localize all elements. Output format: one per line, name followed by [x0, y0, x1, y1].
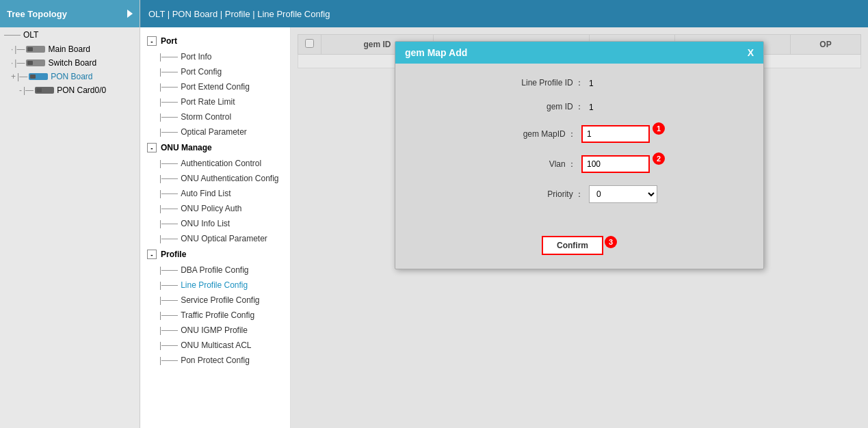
- breadcrumb-text: OLT | PON Board | Profile | Line Profile…: [148, 9, 330, 19]
- modal-body: Line Profile ID ： 1 gem ID ： 1 gem MapID…: [395, 64, 763, 229]
- menu-item-label: DBA Profile Config: [181, 265, 248, 275]
- gem-id-label: gem ID ：: [501, 101, 583, 113]
- pon-board-icon: [29, 73, 48, 80]
- pon-card-label: PON Card0/0: [57, 85, 106, 95]
- menu-item-label: ONU Multicast ACL: [181, 340, 251, 350]
- menu-item-auto-find[interactable]: |—— Auto Find List: [140, 186, 290, 201]
- menu-item-label: Pon Protect Config: [181, 356, 250, 365]
- menu-item-label: Port Rate Limit: [181, 97, 235, 107]
- priority-select[interactable]: 0 1 2 3 4 5 6 7: [589, 185, 657, 203]
- modal-close-button[interactable]: X: [748, 47, 754, 58]
- menu-item-label: Port Config: [181, 67, 222, 77]
- menu-item-label: Auto Find List: [181, 189, 231, 198]
- menu-item-port-extend[interactable]: |—— Port Extend Config: [140, 79, 290, 94]
- menu-item-label: Storm Control: [181, 112, 231, 122]
- menu-item-label: ONU Optical Parameter: [181, 234, 267, 243]
- menu-item-dba-profile[interactable]: |—— DBA Profile Config: [140, 263, 290, 278]
- gem-id-value: 1: [589, 103, 657, 112]
- sidebar-title: Tree Topology: [7, 9, 67, 19]
- menu-item-pon-protect[interactable]: |—— Pon Protect Config: [140, 353, 290, 368]
- vlan-input[interactable]: [581, 155, 650, 173]
- menu-item-label: Line Profile Config: [181, 280, 248, 290]
- menu-item-label: Service Profile Config: [181, 295, 259, 305]
- menu-item-line-profile[interactable]: |—— Line Profile Config: [140, 278, 290, 293]
- menu-item-port-config[interactable]: |—— Port Config: [140, 64, 290, 79]
- onu-section-header[interactable]: - ONU Manage: [140, 139, 290, 156]
- sidebar-collapse-arrow[interactable]: [127, 10, 133, 18]
- switch-board-icon: [26, 59, 45, 66]
- menu-item-onu-policy-auth[interactable]: |—— ONU Policy Auth: [140, 201, 290, 216]
- gem-mapid-input[interactable]: [581, 125, 650, 143]
- menu-item-label: Port Extend Config: [181, 82, 250, 92]
- menu-item-label: ONU Info List: [181, 219, 230, 228]
- menu-item-onu-auth-config[interactable]: |—— ONU Authentication Config: [140, 171, 290, 186]
- menu-item-label: ONU Policy Auth: [181, 204, 241, 213]
- menu-item-optical-param[interactable]: |—— Optical Parameter: [140, 124, 290, 139]
- vlan-label: Vlan ：: [494, 159, 576, 170]
- menu-item-port-info[interactable]: |—— Port Info: [140, 49, 290, 64]
- onu-expand-icon: -: [147, 143, 157, 152]
- line-profile-id-label: Line Profile ID ：: [501, 77, 583, 89]
- menu-item-label: ONU IGMP Profile: [181, 325, 248, 335]
- vlan-row: Vlan ： 2: [416, 155, 743, 173]
- line-profile-id-value: 1: [589, 79, 657, 88]
- gem-mapid-label: gem MapID ：: [494, 129, 576, 140]
- port-section-header[interactable]: - Port: [140, 33, 290, 49]
- menu-item-onu-multicast[interactable]: |—— ONU Multicast ACL: [140, 338, 290, 353]
- line-profile-id-row: Line Profile ID ： 1: [416, 77, 743, 89]
- profile-expand-icon: -: [147, 250, 157, 259]
- menu-item-label: Traffic Profile Config: [181, 310, 254, 320]
- pon-card-icon: [35, 87, 54, 94]
- menu-item-label: ONU Authentication Config: [181, 174, 278, 183]
- menu-item-auth-control[interactable]: |—— Authentication Control: [140, 156, 290, 171]
- olt-label: OLT: [23, 30, 38, 40]
- pon-board-tree-item[interactable]: + |— PON Board: [0, 70, 140, 83]
- pon-card-tree-item[interactable]: - |— PON Card0/0: [0, 83, 140, 97]
- main-board-label: Main Board: [48, 44, 90, 54]
- sidebar-header: Tree Topology: [0, 0, 140, 27]
- menu-item-label: Authentication Control: [181, 159, 261, 168]
- menu-item-onu-info-list[interactable]: |—— ONU Info List: [140, 216, 290, 231]
- sidebar: Tree Topology —— OLT · |— Main Board · |…: [0, 0, 140, 428]
- step-badge-2: 2: [653, 152, 665, 165]
- menu-item-label: Optical Parameter: [181, 127, 247, 137]
- gem-map-add-modal: gem Map Add X Line Profile ID ： 1 gem ID…: [395, 41, 764, 269]
- switch-board-tree-item[interactable]: · |— Switch Board: [0, 56, 140, 70]
- right-panel: gem ID gem MapID Vlan Priority: [291, 27, 868, 428]
- breadcrumb: OLT | PON Board | Profile | Line Profile…: [140, 0, 868, 27]
- menu-item-storm-control[interactable]: |—— Storm Control: [140, 109, 290, 124]
- content-body: - Port |—— Port Info |—— Port Config |——…: [140, 27, 868, 428]
- priority-row: Priority ： 0 1 2 3 4 5 6: [416, 185, 743, 203]
- menu-item-traffic-profile[interactable]: |—— Traffic Profile Config: [140, 308, 290, 323]
- port-expand-icon: -: [147, 36, 157, 46]
- content-area: OLT | PON Board | Profile | Line Profile…: [140, 0, 868, 428]
- olt-tree-item[interactable]: —— OLT: [0, 27, 140, 42]
- modal-footer: Confirm 3: [395, 229, 763, 269]
- pon-board-label: PON Board: [51, 72, 92, 81]
- left-menu: - Port |—— Port Info |—— Port Config |——…: [140, 27, 291, 428]
- port-section-label: Port: [161, 36, 177, 46]
- modal-title-bar: gem Map Add X: [395, 42, 763, 64]
- confirm-button[interactable]: Confirm: [542, 236, 603, 255]
- onu-section-label: ONU Manage: [161, 143, 212, 152]
- profile-section-label: Profile: [161, 250, 186, 259]
- gem-mapid-row: gem MapID ： 1: [416, 125, 743, 143]
- menu-item-port-rate-limit[interactable]: |—— Port Rate Limit: [140, 94, 290, 109]
- main-board-tree-item[interactable]: · |— Main Board: [0, 42, 140, 56]
- step-badge-3: 3: [605, 236, 617, 248]
- switch-board-label: Switch Board: [48, 58, 96, 68]
- menu-item-onu-igmp[interactable]: |—— ONU IGMP Profile: [140, 323, 290, 338]
- menu-item-service-profile[interactable]: |—— Service Profile Config: [140, 293, 290, 308]
- main-layout: Tree Topology —— OLT · |— Main Board · |…: [0, 0, 868, 428]
- main-board-icon: [26, 46, 45, 53]
- modal-title-text: gem Map Add: [405, 47, 467, 58]
- app-container: Tree Topology —— OLT · |— Main Board · |…: [0, 0, 868, 428]
- priority-label: Priority ：: [501, 189, 583, 200]
- gem-id-row: gem ID ： 1: [416, 101, 743, 113]
- step-badge-1: 1: [653, 122, 665, 135]
- profile-section-header[interactable]: - Profile: [140, 246, 290, 263]
- menu-item-onu-optical[interactable]: |—— ONU Optical Parameter: [140, 231, 290, 246]
- modal-overlay: gem Map Add X Line Profile ID ： 1 gem ID…: [291, 27, 868, 428]
- menu-item-label: Port Info: [181, 52, 211, 62]
